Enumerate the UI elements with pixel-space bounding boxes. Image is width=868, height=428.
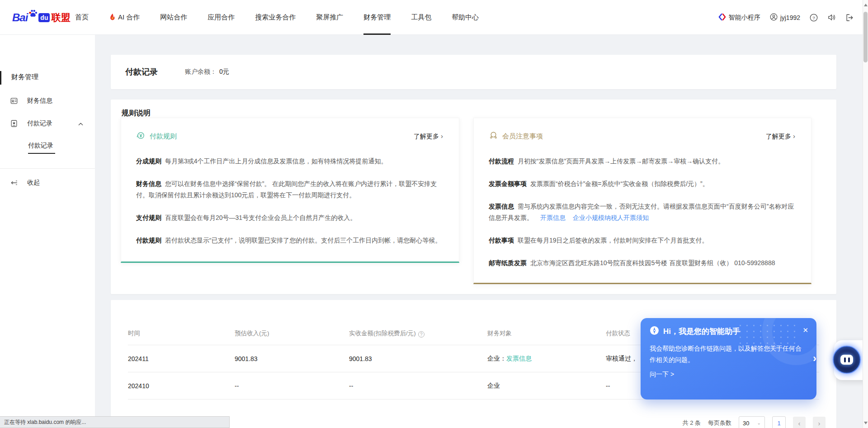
assistant-popup-header: Hi，我是您的智能助手 ✕ (650, 326, 807, 337)
nav-item-juping-promotion[interactable]: 聚屏推广 (316, 0, 343, 35)
nav-item-finance-management[interactable]: 财务管理 (363, 0, 391, 35)
browser-status-bar: 正在等待 xlab.baidu.com 的响应... (0, 416, 230, 428)
page-scrollbar (863, 0, 868, 428)
column-header-finance-entity: 财务对象 (487, 329, 606, 338)
user-account[interactable]: jyj1992 (770, 13, 800, 22)
payment-rules-more-link[interactable]: 了解更多 (414, 132, 443, 141)
sidebar: 财务管理 财务信息 付款记录 付款记录 收起 (0, 35, 95, 428)
payment-rules-card: 付款规则 了解更多 分成规则每月第3或4个工作日产出上月分成信息及发票信息，如有… (121, 118, 459, 263)
topbar-right-actions: 智能小程序 jyj1992 ? (718, 0, 854, 35)
column-header-time: 时间 (128, 329, 235, 338)
scrollbar-thumb[interactable] (863, 12, 868, 62)
nav-item-app-cooperation[interactable]: 应用合作 (208, 0, 235, 35)
rule-item: 付款规则若付款状态显示“已支付”，说明联盟已安排了您的付款。支付后三个工作日内到… (136, 235, 443, 246)
scroll-down-arrow[interactable] (864, 422, 868, 424)
active-tab-underline (363, 33, 391, 35)
payment-rules-title: 付款规则 (150, 132, 177, 141)
chevron-up-icon (78, 120, 83, 127)
column-header-estimated-income: 预估收入(元) (235, 329, 349, 338)
balance-label: 账户余额： (185, 68, 217, 75)
sidebar-subitem-payment-records[interactable]: 付款记录 (28, 142, 55, 154)
payment-rules-body: 分成规则每月第3或4个工作日产出上月分成信息及发票信息，如有特殊情况将提前通知。… (136, 156, 443, 246)
page-title: 付款记录 (125, 67, 158, 77)
main-nav: 首页 AI 合作 网站合作 应用合作 搜索业务合作 聚屏推广 财务管理 工具包 … (75, 0, 479, 35)
logout-icon[interactable] (845, 14, 854, 22)
total-count: 共 2 条 (683, 419, 701, 427)
baidu-union-logo[interactable]: Bai du 联盟 (12, 0, 70, 35)
rules-section-title: 规则说明 (111, 100, 836, 118)
member-notices-card: 会员注意事项 了解更多 付款流程月初按“发票信息”页面开具发票→上传发票→邮寄发… (473, 118, 811, 284)
collapse-arrow-icon (10, 179, 18, 187)
popup-arrow-icon: › (813, 352, 816, 365)
chevron-down-icon: ⌄ (757, 421, 761, 425)
cell-finance-entity: 企业 (487, 382, 606, 390)
sound-icon[interactable] (827, 13, 836, 22)
help-icon[interactable]: ? (810, 14, 818, 22)
sidebar-section-finance-management[interactable]: 财务管理 (11, 73, 38, 81)
assistant-popup-body: 我会帮助您诊断合作链路问题，以及解答您关于任何合作相关的问题。 (650, 343, 806, 366)
ask-now-link[interactable]: 问一下 > (650, 371, 807, 379)
account-balance: 账户余额：0元 (185, 68, 229, 76)
page: Bai du 联盟 首页 AI 合作 网站合作 (0, 0, 868, 428)
member-seal-icon (489, 131, 498, 142)
nav-item-ai-cooperation[interactable]: AI 合作 (109, 0, 140, 35)
robot-face-icon (840, 355, 853, 365)
nav-item-help-center[interactable]: 帮助中心 (452, 0, 479, 35)
rule-item: 财务信息您可以在财务信息中选择“保留付款”。 在此期间您产生的收入将在账户内进行… (136, 178, 443, 201)
page-number-1[interactable]: 1 (772, 416, 786, 428)
scroll-up-arrow[interactable] (864, 4, 868, 6)
member-notices-title: 会员注意事项 (502, 132, 543, 141)
next-page-button[interactable]: › (813, 417, 826, 428)
rules-section: 规则说明 付款规则 了解更多 分成规则每月第3或4个工作日产出上月分成信息及发票… (111, 100, 836, 294)
rule-item: 付款事项联盟在每月19日之后签收的发票，付款时间安排在下个月首批支付。 (489, 235, 795, 246)
nav-item-toolkit[interactable]: 工具包 (411, 0, 431, 35)
assistant-popup-title: Hi，我是您的智能助手 (663, 326, 740, 337)
baidu-paw-icon (28, 9, 38, 20)
rule-item: 支付规则百度联盟会在每月20号—31号支付企业会员上个自然月产生的收入。 (136, 212, 443, 224)
prev-page-button[interactable]: ‹ (793, 417, 806, 428)
sidebar-item-payment-records[interactable]: 付款记录 (0, 118, 95, 129)
assistant-robot-button[interactable] (833, 346, 861, 374)
logo-bai-text: Bai (12, 11, 28, 24)
member-notices-header: 会员注意事项 了解更多 (489, 131, 795, 142)
sidebar-item-finance-info[interactable]: 财务信息 (0, 95, 95, 106)
rule-item: 分成规则每月第3或4个工作日产出上月分成信息及发票信息，如有特殊情况将提前通知。 (136, 156, 443, 167)
cell-actual-amount: 9001.83 (349, 355, 487, 362)
cell-time: 202410 (128, 382, 235, 390)
cell-estimated-income: 9001.83 (235, 355, 349, 362)
cell-time: 202411 (128, 355, 235, 362)
smart-miniapp-entry[interactable]: 智能小程序 (718, 13, 760, 22)
small-taxpayer-invoice-guide-link[interactable]: 企业小规模纳税人开票须知 (573, 214, 649, 221)
close-icon[interactable]: ✕ (802, 326, 808, 334)
invoice-info-link[interactable]: 开票信息 (540, 214, 566, 221)
sidebar-collapse-button[interactable]: 收起 (0, 177, 95, 188)
cell-finance-entity: 企业：发票信息 (487, 355, 606, 363)
miniapp-diamond-icon (718, 13, 726, 22)
nav-item-website-cooperation[interactable]: 网站合作 (160, 0, 187, 35)
member-notices-more-link[interactable]: 了解更多 (766, 132, 795, 141)
nav-item-search-business[interactable]: 搜索业务合作 (255, 0, 296, 35)
user-icon (770, 13, 778, 22)
cell-estimated-income: -- (235, 382, 349, 390)
balance-value: 0元 (219, 68, 229, 75)
logo-union-text: 联盟 (51, 11, 70, 24)
coin-yen-icon (136, 131, 146, 142)
member-notices-body: 付款流程月初按“发票信息”页面开具发票→上传发票→邮寄发票→审核→确认支付。 发… (489, 156, 795, 269)
badge-star-icon (10, 119, 18, 128)
invoice-info-cell-link[interactable]: 发票信息 (506, 355, 532, 362)
page-size-select[interactable]: 30⌄ (739, 416, 765, 428)
logo-du-text: du (38, 13, 50, 22)
column-header-actual-amount: 实收金额(扣除税费后/元)? (349, 329, 487, 338)
rule-item: 发票金额事项发票票面“价税合计”金额=系统中“实收金额（扣除税费后/元）”。 (489, 178, 795, 190)
top-navigation-bar: Bai du 联盟 首页 AI 合作 网站合作 (0, 0, 868, 35)
cell-actual-amount: -- (349, 382, 487, 390)
assistant-popup: Hi，我是您的智能助手 ✕ 我会帮助您诊断合作链路问题，以及解答您关于任何合作相… (641, 318, 816, 399)
sidebar-divider (0, 168, 95, 169)
nav-item-home[interactable]: 首页 (75, 0, 89, 35)
per-page-label: 每页条数 (708, 419, 731, 427)
sidebar-active-indicator (0, 71, 1, 85)
rule-item: 发票信息需与系统内发票信息内容完全一致，否则无法支付。请根据发票信息页面中“百度… (489, 201, 795, 224)
payment-rules-header: 付款规则 了解更多 (136, 131, 443, 142)
column-help-icon[interactable]: ? (418, 331, 425, 338)
svg-text:?: ? (812, 15, 815, 20)
